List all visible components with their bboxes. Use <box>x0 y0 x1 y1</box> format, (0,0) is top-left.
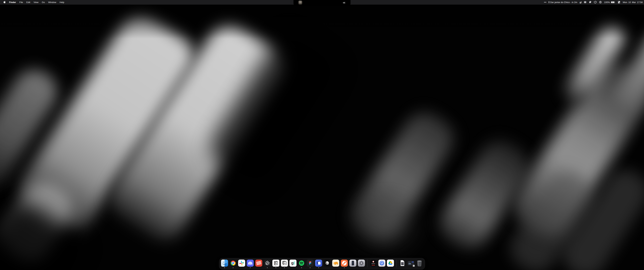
running-indicator <box>224 267 225 268</box>
menu-item-go[interactable]: Go <box>40 0 46 4</box>
dock-item-iphone-mirroring[interactable] <box>349 259 356 267</box>
menu-item-edit[interactable]: Edit <box>25 0 32 4</box>
dock-inner: N10graycast11 <box>221 259 423 267</box>
status-pick-icon[interactable] <box>589 0 592 4</box>
onepassword-icon <box>599 1 602 4</box>
status-clock-text: Mon 10 Mar 17:58 <box>623 1 643 4</box>
menu-item-file[interactable]: File <box>18 0 25 4</box>
status-onepassword-icon[interactable] <box>599 0 602 4</box>
notion-icon: N <box>272 259 280 267</box>
status-battery-text: 100% <box>604 1 610 4</box>
dock-separator <box>367 259 368 267</box>
dock-item-todoist[interactable] <box>255 259 262 267</box>
dock: N10graycast11 <box>219 258 425 269</box>
battery-icon <box>611 1 615 3</box>
dock-item-trash[interactable] <box>416 259 423 267</box>
wallpaper-blob <box>339 185 433 262</box>
system-settings-icon <box>358 259 365 267</box>
screenshot-file-glyph: 11 <box>413 265 415 267</box>
dock-item-spotify[interactable] <box>298 259 305 267</box>
window-stack-app-icon <box>315 259 322 267</box>
elephant-db-app-icon <box>332 259 339 267</box>
screenshot-file-icon: 11 <box>407 259 414 267</box>
dock-item-google-drive[interactable] <box>387 259 394 267</box>
running-indicator <box>284 267 285 268</box>
dock-item-grammarly[interactable]: g <box>289 259 297 267</box>
notion-calendar-icon: 10 <box>281 259 288 267</box>
iphone-mirroring-icon <box>349 259 356 267</box>
running-indicator <box>276 267 276 268</box>
running-indicator <box>344 267 345 268</box>
dock-item-raycast[interactable]: raycast <box>370 259 377 267</box>
dock-item-notion[interactable]: N <box>272 259 280 267</box>
dock-item-window-stack-app[interactable] <box>315 259 322 267</box>
dock-item-linear[interactable] <box>264 259 271 267</box>
figma-icon <box>306 259 314 267</box>
status-gear-icon[interactable] <box>584 0 586 4</box>
dock-item-chrome[interactable] <box>230 259 237 267</box>
status-battery-icon[interactable]: 100% <box>604 0 616 4</box>
menu-bar-left: Finder FileEditViewGoWindowHelp <box>0 0 66 4</box>
todoist-icon <box>255 259 262 267</box>
audio-visualizer-icon <box>343 0 345 5</box>
dock-item-discord[interactable] <box>246 259 254 267</box>
dock-separator <box>396 259 396 267</box>
status-overflow-text: ••• <box>544 1 546 4</box>
notch-now-playing-widget[interactable] <box>294 0 350 5</box>
linear-icon <box>264 259 271 267</box>
google-drive-icon <box>387 259 394 267</box>
chrome-icon <box>230 259 237 267</box>
raycast-icon: raycast <box>370 259 377 267</box>
menu-item-help[interactable]: Help <box>58 0 66 4</box>
status-clock[interactable]: Mon 10 Mar 17:58 <box>623 0 643 4</box>
apple-icon <box>3 1 6 4</box>
dock-item-notion-calendar[interactable]: 10 <box>281 259 288 267</box>
trash-icon <box>416 259 423 267</box>
running-indicator <box>301 267 302 268</box>
onepassword-icon <box>378 259 386 267</box>
dock-item-document-file[interactable] <box>399 259 406 267</box>
status-toggle-icon[interactable] <box>618 0 620 4</box>
dock-item-postman[interactable] <box>340 259 348 267</box>
spotify-icon <box>298 259 305 267</box>
dock-item-elephant-db-app[interactable] <box>332 259 340 267</box>
menu-bar-status: •••Dar jantar do Chico · in 2mg100%Mon 1… <box>544 0 643 4</box>
display-icon <box>594 1 597 4</box>
desktop: { "colors": { "menu_bar_bg": "#1d1d1f", … <box>0 0 644 270</box>
slack-icon <box>238 259 245 267</box>
dock-item-finder[interactable] <box>221 259 228 267</box>
gear-icon <box>584 1 586 4</box>
postman-icon <box>341 259 348 267</box>
notion-calendar-glyph: 10 <box>284 262 286 264</box>
dock-item-onepassword[interactable] <box>378 259 386 267</box>
discord-icon <box>247 259 254 267</box>
running-indicator <box>233 267 234 268</box>
dock-item-cube-3d-app[interactable] <box>324 259 331 267</box>
album-art <box>298 1 302 5</box>
status-display-icon[interactable] <box>594 0 597 4</box>
dock-item-system-settings[interactable] <box>358 259 365 267</box>
dock-item-figma[interactable] <box>306 259 314 267</box>
toggle-icon <box>618 1 620 4</box>
grammarly-icon: g <box>580 1 582 4</box>
event-color-bar <box>549 1 549 3</box>
dock-item-screenshot-file[interactable]: 11 <box>407 259 414 267</box>
menu-app-name[interactable]: Finder <box>8 0 18 4</box>
wallpaper-top-shade <box>0 0 644 39</box>
document-file-icon <box>399 259 406 267</box>
wallpaper <box>0 0 644 270</box>
status-event[interactable]: Dar jantar do Chico · in 2m <box>549 0 577 4</box>
pick-icon <box>589 1 592 4</box>
running-indicator <box>250 267 250 268</box>
menu-item-window[interactable]: Window <box>46 0 58 4</box>
apple-menu[interactable] <box>2 0 8 4</box>
menu-item-view[interactable]: View <box>32 0 40 4</box>
status-overflow[interactable]: ••• <box>544 0 546 4</box>
notion-glyph: N <box>272 259 280 267</box>
running-indicator <box>267 267 268 268</box>
dock-item-slack[interactable] <box>238 259 245 267</box>
finder-icon <box>221 259 228 267</box>
status-grammarly[interactable]: g <box>580 0 582 4</box>
grammarly-glyph: g <box>290 259 296 267</box>
status-event-text: Dar jantar do Chico · in 2m <box>550 1 577 4</box>
